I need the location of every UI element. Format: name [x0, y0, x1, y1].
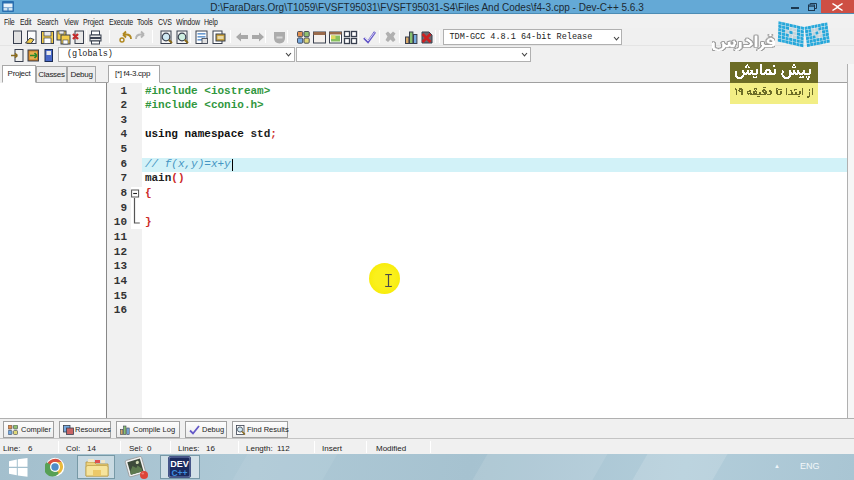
svg-text:C++: C++: [171, 468, 187, 478]
